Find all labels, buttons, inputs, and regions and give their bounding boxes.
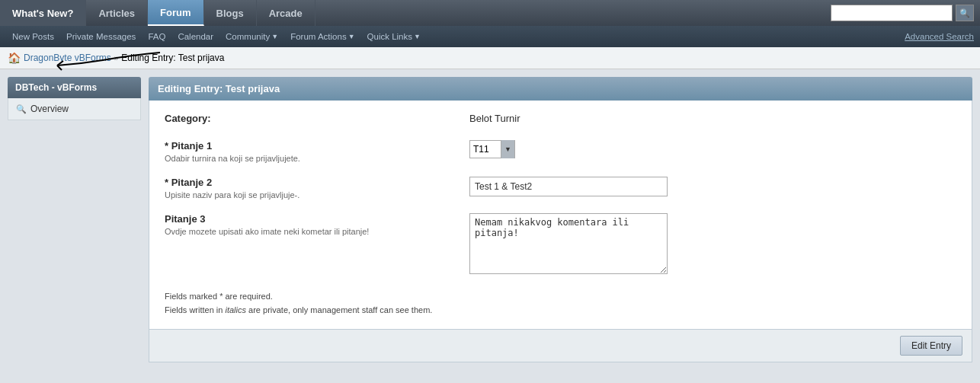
form-row-pitanje2: * Pitanje 2 Upisite naziv para koji se p… bbox=[165, 177, 956, 199]
pitanje2-desc: Upisite naziv para koji se prijavljuje-. bbox=[165, 190, 469, 199]
tab-whats-new[interactable]: What's New? bbox=[0, 0, 86, 26]
category-value: Belot Turnir bbox=[469, 111, 520, 124]
tab-forum[interactable]: Forum bbox=[148, 0, 203, 26]
sub-navigation: New Posts Private Messages FAQ Calendar … bbox=[0, 26, 980, 47]
main-container: DBTech - vBForms 🔍 Overview Editing Entr… bbox=[0, 69, 980, 370]
overview-icon: 🔍 bbox=[16, 104, 27, 114]
pitanje1-select-input[interactable] bbox=[470, 141, 501, 158]
form-row-pitanje3: Pitanje 3 Ovdje mozete upisati ako imate… bbox=[165, 213, 956, 276]
top-search-input[interactable] bbox=[831, 5, 953, 21]
pitanje3-textarea[interactable]: Nemam nikakvog komentara ili pitanja! bbox=[469, 213, 668, 274]
pitanje1-label: * Pitanje 1 bbox=[165, 140, 469, 152]
subnav-quick-links[interactable]: Quick Links ▼ bbox=[361, 26, 427, 47]
tab-arcade[interactable]: Arcade bbox=[257, 0, 315, 26]
subnav-forum-actions[interactable]: Forum Actions ▼ bbox=[284, 26, 360, 47]
form-row-category: Category: Belot Turnir bbox=[165, 113, 956, 126]
pitanje3-label: Pitanje 3 bbox=[165, 213, 469, 225]
breadcrumb-site-link[interactable]: DragonByte vBForms bbox=[24, 53, 111, 63]
footer: DragonByte vBForms vBulletin Mods & Addo… bbox=[0, 370, 980, 383]
top-search-area: 🔍 bbox=[831, 0, 980, 26]
top-search-button[interactable]: 🔍 bbox=[956, 5, 974, 21]
top-navigation: What's New? Articles Forum Blogs Arcade … bbox=[0, 0, 980, 26]
subnav-new-posts[interactable]: New Posts bbox=[6, 26, 60, 47]
community-dropdown-arrow: ▼ bbox=[271, 26, 278, 47]
breadcrumb: 🏠 DragonByte vBForms » Editing Entry: Te… bbox=[0, 47, 980, 69]
note-italics: Fields written in italics are private, o… bbox=[165, 304, 956, 318]
quick-links-dropdown-arrow: ▼ bbox=[414, 26, 421, 47]
advanced-search-link[interactable]: Advanced Search bbox=[905, 32, 974, 41]
content-body: Category: Belot Turnir * Pitanje 1 Odabi… bbox=[149, 101, 972, 330]
subnav-calendar[interactable]: Calendar bbox=[171, 26, 219, 47]
sidebar: DBTech - vBForms 🔍 Overview bbox=[8, 77, 141, 120]
sidebar-item-label: Overview bbox=[30, 104, 69, 114]
pitanje2-text-input[interactable] bbox=[469, 177, 668, 196]
content-area: Editing Entry: Test prijava Category: Be… bbox=[149, 77, 972, 362]
pitanje3-desc: Ovdje mozete upisati ako imate neki kome… bbox=[165, 227, 469, 236]
content-header: Editing Entry: Test prijava bbox=[149, 77, 972, 101]
form-row-pitanje1: * Pitanje 1 Odabir turnira na koji se pr… bbox=[165, 140, 956, 163]
pitanje2-label: * Pitanje 2 bbox=[165, 177, 469, 188]
breadcrumb-current: Editing Entry: Test prijava bbox=[121, 53, 224, 63]
subnav-private-messages[interactable]: Private Messages bbox=[60, 26, 142, 47]
pitanje1-select-wrapper: ▼ bbox=[469, 140, 515, 158]
sidebar-item-overview[interactable]: 🔍 Overview bbox=[8, 98, 141, 120]
forum-actions-dropdown-arrow: ▼ bbox=[348, 26, 355, 47]
subnav-community[interactable]: Community ▼ bbox=[219, 26, 284, 47]
pitanje1-dropdown-arrow[interactable]: ▼ bbox=[501, 140, 514, 158]
category-label: Category: bbox=[165, 113, 469, 124]
note-required: Fields marked * are required. bbox=[165, 290, 956, 304]
action-bar: Edit Entry bbox=[149, 330, 972, 362]
tab-articles[interactable]: Articles bbox=[86, 0, 148, 26]
pitanje1-desc: Odabir turnira na koji se prijavljujete. bbox=[165, 154, 469, 163]
subnav-faq[interactable]: FAQ bbox=[142, 26, 171, 47]
tab-blogs[interactable]: Blogs bbox=[204, 0, 257, 26]
breadcrumb-separator: » bbox=[114, 54, 119, 62]
home-icon[interactable]: 🏠 bbox=[8, 52, 21, 64]
sidebar-header: DBTech - vBForms bbox=[8, 77, 141, 98]
fields-notes: Fields marked * are required. Fields wri… bbox=[165, 290, 956, 317]
edit-entry-button[interactable]: Edit Entry bbox=[900, 336, 962, 356]
